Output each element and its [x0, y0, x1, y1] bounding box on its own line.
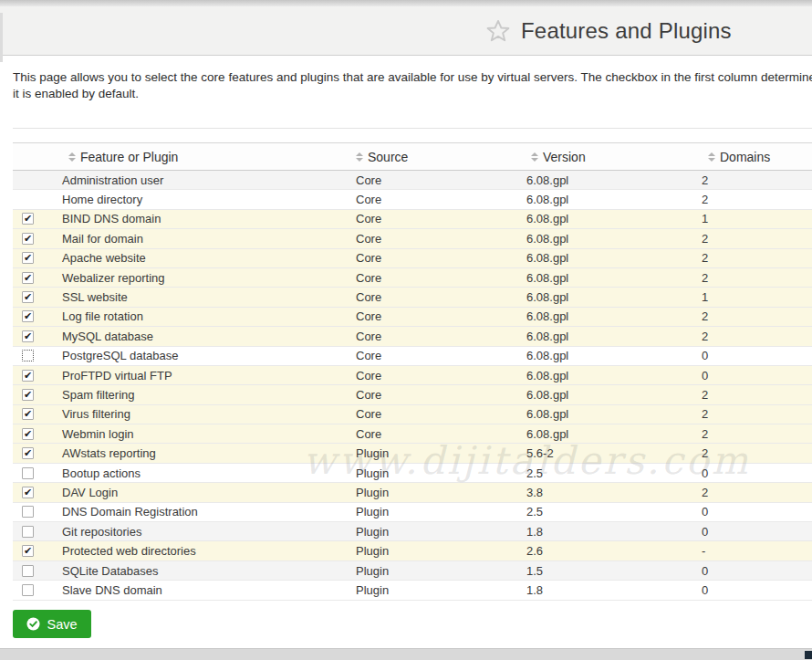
version-cell: 6.08.gpl [526, 290, 702, 304]
version-cell: 6.08.gpl [526, 388, 702, 402]
domains-cell: 2 [702, 486, 812, 499]
feature-checkbox[interactable]: ✔ [22, 447, 34, 459]
version-cell: 6.08.gpl [526, 193, 702, 206]
feature-checkbox[interactable]: ✔ [22, 213, 34, 225]
description-line-1: This page allows you to select the core … [13, 69, 812, 86]
window-top-edge [0, 0, 812, 6]
feature-checkbox[interactable]: ✔ [22, 291, 34, 303]
domains-cell: 2 [702, 193, 812, 206]
feature-checkbox[interactable]: ✔ [22, 487, 34, 498]
feature-checkbox[interactable]: ✔ [22, 233, 34, 245]
feature-checkbox[interactable] [22, 467, 34, 479]
table-row: Slave DNS domainPlugin1.80 [13, 581, 812, 600]
source-cell: Plugin [356, 525, 526, 539]
version-cell: 2.5 [526, 505, 702, 519]
feature-cell: Webmin login [53, 427, 356, 441]
version-cell: 6.08.gpl [526, 232, 702, 246]
domains-cell: 2 [702, 251, 812, 265]
table-row: ✔Apache websiteCore6.08.gpl2 [13, 249, 812, 268]
table-row: Home directoryCore6.08.gpl2 [13, 190, 812, 209]
version-cell: 5.6-2 [526, 446, 702, 460]
table-row: ✔SSL websiteCore6.08.gpl1 [13, 288, 812, 307]
feature-checkbox[interactable]: ✔ [22, 370, 34, 382]
feature-cell: ProFTPD virtual FTP [53, 369, 356, 382]
feature-checkbox[interactable] [22, 350, 34, 361]
feature-checkbox[interactable] [22, 526, 34, 538]
domains-cell: 2 [702, 309, 812, 323]
save-button-label: Save [47, 617, 77, 632]
checkbox-cell [13, 584, 53, 596]
save-button[interactable]: Save [13, 610, 91, 638]
table-row: ✔DAV LoginPlugin3.82 [13, 483, 812, 502]
feature-cell: SSL website [53, 290, 356, 304]
column-header-feature[interactable]: Feature or Plugin [53, 150, 356, 164]
domains-cell: 2 [702, 271, 812, 285]
domains-cell: 0 [702, 466, 812, 480]
checkbox-cell: ✔ [13, 330, 53, 342]
domains-cell: 1 [702, 212, 812, 225]
feature-cell: Log file rotation [53, 309, 356, 323]
feature-checkbox[interactable]: ✔ [22, 545, 34, 557]
source-cell: Core [356, 193, 526, 206]
checkbox-cell: ✔ [13, 487, 53, 498]
checkbox-cell: ✔ [13, 291, 53, 303]
source-cell: Core [356, 349, 526, 362]
column-header-version[interactable]: Version [526, 150, 702, 164]
domains-cell: 2 [702, 173, 812, 187]
source-cell: Core [356, 330, 526, 343]
version-cell: 1.8 [526, 583, 702, 597]
sort-arrows-icon [68, 152, 76, 162]
feature-checkbox[interactable]: ✔ [22, 310, 34, 322]
domains-cell: 2 [702, 446, 812, 460]
feature-checkbox[interactable]: ✔ [22, 408, 34, 420]
feature-checkbox[interactable] [22, 506, 34, 518]
checkbox-cell: ✔ [13, 428, 53, 440]
window-bottom-edge [0, 648, 812, 660]
table-row: ✔Webalizer reportingCore6.08.gpl2 [13, 268, 812, 288]
checkbox-cell: ✔ [13, 252, 53, 264]
feature-cell: Bootup actions [53, 466, 356, 480]
check-circle-icon [26, 617, 40, 631]
feature-checkbox[interactable] [22, 584, 34, 596]
source-cell: Core [356, 290, 526, 304]
feature-checkbox[interactable]: ✔ [22, 330, 34, 342]
version-cell: 6.08.gpl [526, 349, 702, 362]
page-title-wrap: Features and Plugins [485, 18, 732, 44]
source-cell: Plugin [356, 466, 526, 480]
table-row: ✔Log file rotationCore6.08.gpl2 [13, 308, 812, 327]
checkbox-cell [13, 565, 53, 577]
domains-cell: 0 [702, 369, 812, 382]
version-cell: 3.8 [526, 486, 702, 499]
page-description: This page allows you to select the core … [13, 69, 812, 102]
feature-checkbox[interactable]: ✔ [22, 389, 34, 401]
feature-cell: BIND DNS domain [53, 212, 356, 225]
source-cell: Core [356, 427, 526, 441]
features-table: Feature or PluginSourceVersionDomains Ad… [13, 142, 812, 601]
domains-cell: 2 [702, 330, 812, 343]
domains-cell: 0 [702, 525, 812, 539]
column-header-label: Version [543, 150, 586, 164]
feature-cell: Administration user [53, 173, 356, 187]
domains-cell: 0 [702, 505, 812, 519]
table-row: DNS Domain RegistrationPlugin2.50 [13, 503, 812, 522]
table-row: ✔MySQL databaseCore6.08.gpl2 [13, 327, 812, 346]
source-cell: Core [356, 271, 526, 285]
source-cell: Core [356, 173, 526, 187]
checkbox-cell: ✔ [13, 370, 53, 382]
feature-checkbox[interactable]: ✔ [22, 272, 34, 284]
table-row: ✔Webmin loginCore6.08.gpl2 [13, 424, 812, 444]
window-left-edge [0, 13, 3, 62]
checkbox-cell [13, 506, 53, 518]
feature-checkbox[interactable]: ✔ [22, 428, 34, 440]
checkbox-cell: ✔ [13, 447, 53, 459]
feature-cell: Apache website [53, 251, 356, 265]
version-cell: 6.08.gpl [526, 427, 702, 441]
column-header-source[interactable]: Source [356, 150, 526, 164]
feature-checkbox[interactable]: ✔ [22, 252, 34, 264]
column-header-domains[interactable]: Domains [702, 150, 812, 164]
feature-cell: Spam filtering [53, 388, 356, 402]
feature-cell: DAV Login [53, 486, 356, 499]
domains-cell: 2 [702, 407, 812, 421]
table-body: Administration userCore6.08.gpl2Home dir… [13, 171, 812, 601]
feature-checkbox[interactable] [22, 565, 34, 577]
